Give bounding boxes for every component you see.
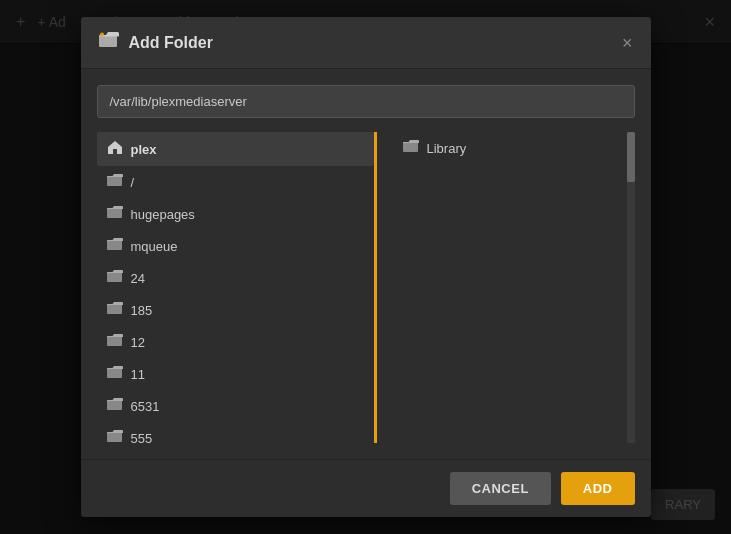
modal-title: Add Folder (129, 34, 213, 52)
path-bar[interactable]: /var/lib/plexmediaserver (97, 85, 635, 118)
svg-rect-2 (107, 176, 122, 186)
folder-icon-12 (107, 333, 123, 351)
folder-name-hugepages: hugepages (131, 207, 195, 222)
folder-item-plex[interactable]: plex (97, 132, 374, 166)
svg-rect-10 (107, 432, 122, 442)
scrollbar-track[interactable] (627, 132, 635, 443)
svg-rect-3 (107, 208, 122, 218)
svg-rect-0 (99, 35, 117, 47)
folder-icon-root (107, 173, 123, 191)
folder-item-6531[interactable]: 6531 (97, 390, 374, 422)
folder-icon-6531 (107, 397, 123, 415)
modal-body: /var/lib/plexmediaserver plex (81, 69, 651, 459)
modal-overlay: Add Folder × /var/lib/plexmediaserver (0, 0, 731, 534)
svg-point-1 (100, 33, 104, 37)
folder-item-185[interactable]: 185 (97, 294, 374, 326)
modal-close-button[interactable]: × (622, 34, 633, 52)
folder-name-root: / (131, 175, 135, 190)
file-browser: plex / (97, 132, 635, 443)
folder-name-plex: plex (131, 142, 157, 157)
folder-item-11[interactable]: 11 (97, 358, 374, 390)
svg-rect-8 (107, 368, 122, 378)
folder-header-icon (99, 31, 119, 54)
modal-header: Add Folder × (81, 17, 651, 69)
folder-item-12[interactable]: 12 (97, 326, 374, 358)
folder-item-mqueue[interactable]: mqueue (97, 230, 374, 262)
folder-name-24: 24 (131, 271, 145, 286)
add-folder-modal: Add Folder × /var/lib/plexmediaserver (81, 17, 651, 517)
left-pane: plex / (97, 132, 377, 443)
folder-name-6531: 6531 (131, 399, 160, 414)
folder-name-library: Library (427, 141, 467, 156)
svg-rect-7 (107, 336, 122, 346)
folder-icon-24 (107, 269, 123, 287)
home-icon (107, 139, 123, 159)
modal-footer: CANCEL ADD (81, 459, 651, 517)
folder-name-11: 11 (131, 367, 145, 382)
right-pane: Library (377, 132, 627, 443)
folder-item-hugepages[interactable]: hugepages (97, 198, 374, 230)
folder-icon-hugepages (107, 205, 123, 223)
folder-item-library[interactable]: Library (393, 132, 627, 164)
folder-name-12: 12 (131, 335, 145, 350)
folder-icon-555 (107, 429, 123, 443)
svg-rect-4 (107, 240, 122, 250)
folder-item-24[interactable]: 24 (97, 262, 374, 294)
svg-rect-9 (107, 400, 122, 410)
folder-icon-185 (107, 301, 123, 319)
folder-name-185: 185 (131, 303, 153, 318)
scrollbar-thumb[interactable] (627, 132, 635, 182)
folder-icon-11 (107, 365, 123, 383)
svg-rect-6 (107, 304, 122, 314)
folder-item-root[interactable]: / (97, 166, 374, 198)
folder-icon-mqueue (107, 237, 123, 255)
folder-name-mqueue: mqueue (131, 239, 178, 254)
folder-item-555[interactable]: 555 (97, 422, 374, 443)
add-button[interactable]: ADD (561, 472, 635, 505)
folder-name-555: 555 (131, 431, 153, 444)
svg-rect-5 (107, 272, 122, 282)
folder-icon-library (403, 139, 419, 157)
svg-rect-11 (403, 142, 418, 152)
cancel-button[interactable]: CANCEL (450, 472, 551, 505)
